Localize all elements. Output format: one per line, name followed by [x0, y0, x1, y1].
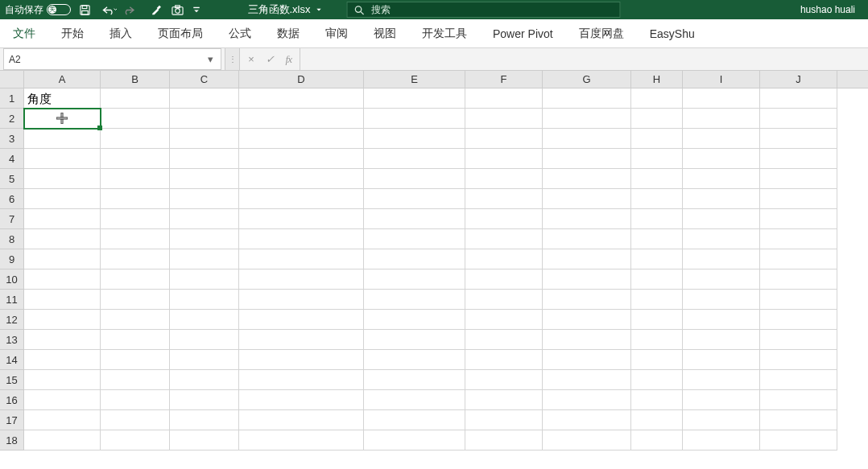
cell[interactable] — [24, 390, 101, 410]
qat-dropdown-icon[interactable] — [192, 4, 200, 16]
cell[interactable] — [631, 290, 683, 310]
autosave-switch[interactable]: 关 — [47, 4, 71, 15]
cell[interactable] — [364, 330, 465, 350]
cell[interactable] — [101, 269, 170, 290]
cell[interactable] — [170, 290, 239, 310]
cell[interactable] — [101, 350, 170, 370]
cell[interactable]: 角度 — [24, 88, 101, 109]
row-header[interactable]: 1 — [0, 88, 24, 109]
cell[interactable] — [683, 310, 760, 330]
row-header[interactable]: 12 — [0, 310, 24, 330]
cell[interactable] — [101, 149, 170, 169]
cell[interactable] — [101, 169, 170, 189]
ribbon-tab[interactable]: 百度网盘 — [577, 23, 626, 44]
cell[interactable] — [101, 229, 170, 249]
column-header[interactable]: E — [364, 71, 465, 88]
cell[interactable] — [101, 430, 170, 450]
cell[interactable] — [364, 249, 465, 269]
cell[interactable] — [239, 290, 364, 310]
cell[interactable] — [364, 269, 465, 290]
row-header[interactable]: 13 — [0, 330, 24, 350]
cell[interactable] — [683, 269, 760, 290]
cell[interactable] — [170, 88, 239, 109]
ribbon-tab[interactable]: 视图 — [372, 23, 398, 44]
cell[interactable] — [239, 330, 364, 350]
cell[interactable] — [683, 189, 760, 209]
column-header[interactable]: B — [101, 71, 170, 88]
row-header[interactable]: 9 — [0, 249, 24, 269]
cell[interactable] — [760, 209, 837, 229]
search-input[interactable] — [371, 4, 614, 15]
cell[interactable] — [364, 430, 465, 450]
cell[interactable] — [465, 290, 543, 310]
cell[interactable] — [24, 430, 101, 450]
cell[interactable] — [683, 169, 760, 189]
cell[interactable] — [101, 129, 170, 149]
cell[interactable] — [631, 209, 683, 229]
cell[interactable] — [24, 149, 101, 169]
cell[interactable] — [543, 189, 631, 209]
document-dropdown-icon[interactable] — [316, 6, 323, 14]
cell[interactable] — [543, 129, 631, 149]
cell[interactable] — [170, 350, 239, 370]
cell[interactable] — [543, 290, 631, 310]
cell[interactable] — [239, 430, 364, 450]
ribbon-tab[interactable]: 审阅 — [324, 23, 349, 44]
cell[interactable] — [239, 350, 364, 370]
save-icon[interactable] — [79, 4, 91, 16]
cell[interactable] — [101, 370, 170, 390]
cell[interactable] — [101, 88, 170, 109]
cell[interactable] — [543, 149, 631, 169]
cell[interactable] — [631, 310, 683, 330]
cell[interactable] — [465, 370, 543, 390]
cell[interactable] — [631, 109, 683, 129]
cell[interactable] — [24, 310, 101, 330]
cell[interactable] — [543, 370, 631, 390]
cell[interactable] — [364, 390, 465, 410]
cell[interactable] — [239, 88, 364, 109]
cell[interactable] — [631, 229, 683, 249]
row-header[interactable]: 4 — [0, 149, 24, 169]
cell[interactable] — [760, 350, 837, 370]
cell[interactable] — [465, 330, 543, 350]
cell[interactable] — [631, 370, 683, 390]
cell[interactable] — [683, 290, 760, 310]
cell[interactable] — [239, 370, 364, 390]
cell[interactable] — [364, 290, 465, 310]
row-header[interactable]: 5 — [0, 169, 24, 189]
cell[interactable] — [239, 169, 364, 189]
cell[interactable] — [24, 229, 101, 249]
cell[interactable] — [543, 410, 631, 430]
fill-handle[interactable] — [97, 125, 102, 130]
enter-button[interactable]: ✓ — [266, 53, 275, 65]
cell[interactable] — [364, 209, 465, 229]
cell[interactable] — [631, 149, 683, 169]
cell[interactable] — [683, 149, 760, 169]
cell[interactable] — [543, 430, 631, 450]
row-header[interactable]: 2 — [0, 109, 24, 129]
cell[interactable] — [683, 330, 760, 350]
insert-function-button[interactable]: fx — [286, 53, 291, 66]
cell[interactable] — [101, 249, 170, 269]
cell[interactable] — [170, 330, 239, 350]
cell[interactable] — [543, 350, 631, 370]
cell[interactable] — [465, 249, 543, 269]
cell[interactable] — [170, 129, 239, 149]
cell[interactable] — [364, 169, 465, 189]
cell[interactable] — [683, 129, 760, 149]
cell[interactable] — [239, 229, 364, 249]
cell[interactable] — [631, 390, 683, 410]
ribbon-tab[interactable]: 插入 — [108, 23, 134, 44]
cell[interactable] — [101, 290, 170, 310]
cell[interactable] — [465, 430, 543, 450]
cell[interactable] — [364, 189, 465, 209]
cell[interactable] — [239, 269, 364, 290]
cell[interactable] — [760, 109, 837, 129]
cell[interactable] — [24, 249, 101, 269]
row-header[interactable]: 7 — [0, 209, 24, 229]
ribbon-tab[interactable]: 文件 — [11, 23, 37, 44]
cell[interactable] — [683, 109, 760, 129]
row-header[interactable]: 3 — [0, 129, 24, 149]
column-header[interactable]: C — [170, 71, 239, 88]
cell[interactable] — [101, 330, 170, 350]
